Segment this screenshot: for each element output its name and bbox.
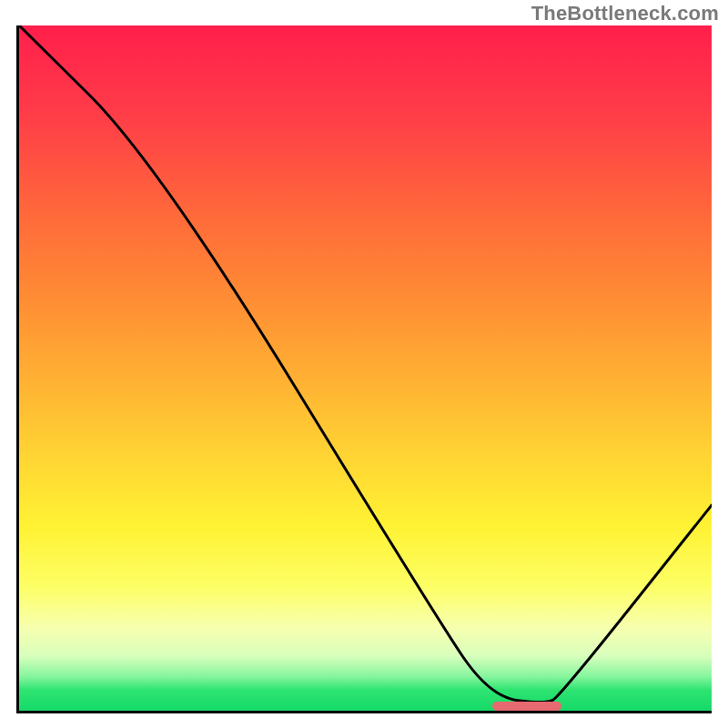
bottleneck-curve-path — [19, 25, 712, 703]
optimum-marker — [492, 702, 561, 711]
chart-curve-svg — [19, 25, 712, 711]
watermark-text: TheBottleneck.com — [531, 2, 719, 25]
chart-plot-area — [16, 25, 712, 713]
